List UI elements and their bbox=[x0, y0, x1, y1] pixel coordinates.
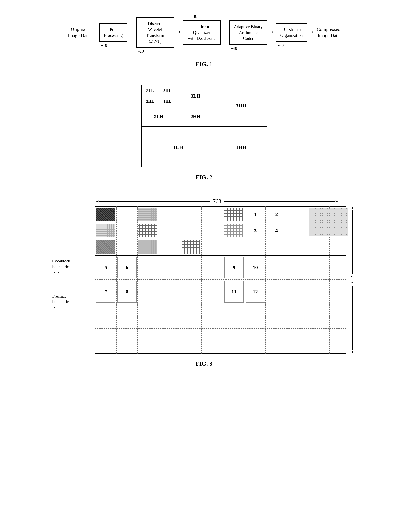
num-9: 9 bbox=[224, 257, 244, 278]
fig2-section: 3LL 3HL 2HL 1HL 3LH 3HH 2LH 2HH 1LH 1HH … bbox=[0, 76, 408, 189]
arrow3: → bbox=[175, 28, 181, 35]
hdash-1 bbox=[95, 223, 346, 223]
fig3-grid: 1 2 3 4 5 6 7 8 9 10 bbox=[95, 206, 346, 354]
block40-number: └40 bbox=[230, 46, 237, 51]
cell-2hl: 3LH bbox=[176, 85, 215, 107]
num-10: 10 bbox=[246, 257, 265, 278]
block-dwt: Discrete Wavelet Transform (DWT) bbox=[136, 17, 174, 48]
num-7: 7 bbox=[96, 281, 115, 302]
fig3-left-labels: Codeblockboundaries ↗ ↗ Precinctboundari… bbox=[52, 206, 95, 311]
cell-1hh: 1HH bbox=[215, 127, 267, 168]
cell-3hh: 1HL bbox=[159, 96, 176, 107]
vline-1 bbox=[159, 206, 160, 354]
hdash-3 bbox=[95, 279, 346, 280]
block20-number: └20 bbox=[136, 49, 144, 54]
vdash-3 bbox=[180, 206, 180, 354]
num-2: 2 bbox=[267, 208, 286, 221]
num-5: 5 bbox=[96, 257, 115, 278]
vdash-7 bbox=[308, 206, 308, 354]
pattern-dark-1 bbox=[96, 208, 115, 221]
ref30-label: ⌐ 30 bbox=[189, 13, 197, 19]
fig1-section: Original Image Data → Pre- Processing └1… bbox=[0, 0, 408, 76]
vdash-5 bbox=[244, 206, 244, 354]
pattern-medium-1 bbox=[138, 224, 157, 237]
pattern-cross-3 bbox=[138, 240, 157, 254]
fig3-caption: FIG. 3 bbox=[196, 360, 212, 367]
vline-2 bbox=[223, 206, 223, 354]
cell-2hh: 2HH bbox=[176, 107, 215, 127]
cell-1lh: 1LH bbox=[142, 127, 215, 168]
hdash-2 bbox=[95, 239, 346, 239]
num-8: 8 bbox=[118, 281, 136, 302]
codeblock-arrows: ↗ ↗ bbox=[52, 271, 70, 276]
fig1-caption: FIG. 1 bbox=[13, 61, 395, 68]
arrow5: → bbox=[268, 28, 274, 35]
pattern-dots-1 bbox=[309, 208, 348, 236]
block50-number: └50 bbox=[276, 43, 284, 48]
arrow4: → bbox=[222, 28, 228, 35]
fig3-outer-border bbox=[95, 206, 346, 354]
arrow1: → bbox=[92, 28, 98, 35]
fig3-container: ◄ 768 ► Codeblockboundaries ↗ bbox=[52, 198, 356, 354]
num-6: 6 bbox=[118, 257, 136, 278]
pattern-medium-3 bbox=[224, 224, 243, 237]
precinct-label: Precinctboundaries bbox=[52, 293, 70, 304]
cell-3ll: 3LL bbox=[142, 85, 159, 96]
arrow2: → bbox=[129, 28, 135, 35]
codeblock-label: Codeblockboundaries bbox=[52, 258, 70, 269]
dim-768-row: ◄ 768 ► bbox=[96, 198, 339, 205]
num-3: 3 bbox=[246, 224, 265, 237]
pattern-cross-1 bbox=[138, 208, 157, 221]
output-label: Compressed Image Data bbox=[317, 26, 340, 39]
num-12: 12 bbox=[246, 281, 265, 302]
num-11: 11 bbox=[224, 281, 244, 302]
pattern-medium-4 bbox=[182, 240, 200, 254]
hline-1 bbox=[95, 255, 346, 256]
hline-2 bbox=[95, 304, 346, 304]
dim-768-label: 768 bbox=[210, 198, 224, 205]
vdash-1 bbox=[116, 206, 117, 354]
fig2-grid: 3LL 3HL 2HL 1HL 3LH 3HH 2LH 2HH 1LH 1HH bbox=[141, 85, 267, 167]
fig2-caption: FIG. 2 bbox=[196, 174, 212, 181]
vline-3 bbox=[287, 206, 287, 354]
block-quantizer: Uniform Quantizer with Dead-zone bbox=[183, 20, 221, 45]
fig3-section: ◄ 768 ► Codeblockboundaries ↗ bbox=[0, 189, 408, 376]
cell-1hl: 3HH bbox=[215, 85, 267, 127]
fig3-main: Codeblockboundaries ↗ ↗ Precinctboundari… bbox=[52, 206, 356, 354]
num-4: 4 bbox=[267, 224, 286, 237]
block-preprocessing: Pre- Processing bbox=[99, 23, 128, 42]
cell-3hl: 3HL bbox=[159, 85, 176, 96]
precinct-label-group: Precinctboundaries ↗ bbox=[52, 293, 93, 311]
precinct-arrows: ↗ bbox=[52, 306, 70, 311]
input-label: Original Image Data bbox=[68, 26, 90, 39]
fig1-flow: Original Image Data → Pre- Processing └1… bbox=[13, 17, 395, 48]
block10-number: └10 bbox=[100, 43, 107, 48]
pattern-dark-2 bbox=[96, 240, 115, 254]
hdash-4 bbox=[95, 328, 346, 328]
pattern-medium-2 bbox=[224, 208, 243, 221]
vdash-6 bbox=[265, 206, 266, 354]
num-1: 1 bbox=[246, 208, 265, 221]
vdash-4 bbox=[201, 206, 202, 354]
arrow6: → bbox=[308, 28, 314, 35]
block-arithmetic-coder: Adaptive Binary Arithmetic Coder bbox=[229, 20, 267, 45]
dim-312-label: 312 bbox=[349, 274, 356, 286]
cell-3lh: 2HL bbox=[142, 96, 159, 107]
cell-2lh: 2LH bbox=[142, 107, 176, 127]
codeblock-label-group: Codeblockboundaries ↗ ↗ bbox=[52, 258, 93, 276]
pattern-cross-2 bbox=[96, 224, 115, 237]
vdash-2 bbox=[137, 206, 138, 354]
block-bitstream: Bit-stream Organization bbox=[276, 23, 307, 42]
